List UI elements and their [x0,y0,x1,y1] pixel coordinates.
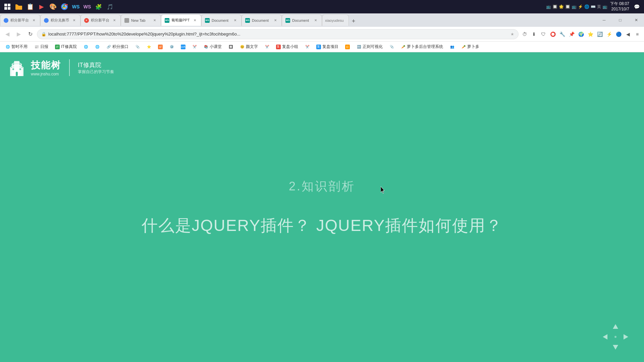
notifications-icon[interactable]: 💬 [632,2,641,11]
bookmark-clip-5[interactable]: 📎 [387,43,397,51]
tab-exchange[interactable]: 积分兑换币 ✕ [40,14,80,26]
address-bar[interactable]: 🔒 localhost:7777/PPT/PPT/how%20to%20deve… [37,29,519,39]
tab-close-3[interactable]: ✕ [112,18,117,23]
bookmark-icon-5: 🌐 [95,45,100,49]
bookmark-gear[interactable]: ⚙️ [167,43,177,51]
circle-icon[interactable]: 🔵 [614,30,623,38]
svg-rect-14 [12,68,14,70]
svg-rect-5 [15,4,17,6]
bookmark-favicon-25: 🥕 [461,45,466,49]
bookmark-clip-1[interactable]: 📎 [132,43,143,51]
svg-marker-19 [613,345,618,350]
notepad-icon[interactable]: 📋 [25,2,35,11]
puzzle-icon[interactable]: 🧩 [94,2,103,11]
paint-icon[interactable]: 🎨 [48,2,58,11]
bookmark-svn[interactable]: SVN [178,43,188,51]
back-button[interactable]: ◀ [3,29,12,39]
tab-label-5: 葡萄藤PPT [171,18,190,23]
shield-icon[interactable]: 🛡 [539,30,547,38]
tab-score-platform-1[interactable]: 积分新平台 ✕ [0,14,40,26]
close-button[interactable]: ✕ [629,13,644,27]
download-icon[interactable]: ⬇ [530,30,538,38]
tab-ppt[interactable]: WS 葡萄藤PPT ✕ [161,14,201,26]
prev-icon[interactable]: ◀ [624,30,632,38]
tab-close-7[interactable]: ✕ [273,18,278,23]
flash-icon[interactable]: ⚡ [605,30,613,38]
start-button[interactable] [3,2,12,11]
bookmark-label-15: 颜文字 [246,44,258,50]
taskbar: 📋 ▶ 🎨 WS WS 🧩 🎵 📺 🔲 🌟 🔲 📺 ⚡ 🌐 [0,0,644,13]
bookmark-favicon-only-2[interactable]: 🌐 [92,43,102,51]
bookmark-daily[interactable]: 📰 日报 [32,43,51,51]
bookmark-clip-3[interactable]: ✂️ [262,43,272,51]
tab-close-8[interactable]: ✕ [313,18,318,23]
pin-icon[interactable]: 📌 [568,30,576,38]
logo-subtitle: IT修真院 [78,61,114,69]
bookmarks-bar: 🌐 暂时不用 📰 日报 IT IT修真院 🌐 🌐 🔗 积分接口 📎 ⭐ sf [0,42,644,52]
new-tab-button[interactable]: + [349,16,358,26]
bookmark-label-6: 积分接口 [112,44,128,50]
bookmark-star[interactable]: ⭐ [144,43,154,51]
tab-score-platform-2[interactable]: ✕ 积分新平台 ✕ [80,14,121,26]
tab-empty[interactable]: xiaoyudesu [322,14,349,26]
tab-favicon-5: WS [165,18,169,23]
bookmark-clip-2[interactable]: ✂️ [190,43,200,51]
bookmark-user-icon[interactable]: 👥 [447,43,457,51]
ws-icon1[interactable]: WS [71,2,80,11]
bookmark-icon-10: ⚙️ [169,45,174,49]
svg-rect-1 [8,4,10,6]
tab-doc-2[interactable]: WS Document ✕ [241,14,282,26]
bookmark-regex[interactable]: 🔤 正则可视化 [354,43,385,51]
tab-new-tab[interactable]: New Tab ✕ [121,14,161,26]
arrow-right-button[interactable] [621,332,631,342]
arrow-up-button[interactable] [610,322,621,332]
globe-icon[interactable]: 🌍 [577,30,585,38]
bookmark-review-project[interactable]: 复 复盘项目 [314,43,341,51]
tab-close-4[interactable]: ✕ [152,18,157,23]
tab-close-1[interactable]: ✕ [31,18,37,23]
bookmark-review-group[interactable]: 复 复盘小组 [273,43,301,51]
bookmark-it-school[interactable]: IT IT修真院 [52,43,79,51]
arrow-center [610,332,621,342]
arrow-left-button[interactable] [600,332,610,342]
maximize-button[interactable]: □ [612,13,628,27]
bookmark-carrot[interactable]: 🥕 萝卜多 [459,43,482,51]
bookmark-api[interactable]: 🔗 积分接口 [104,43,131,51]
menu-icon[interactable]: ≡ [633,30,641,38]
bookmark-d[interactable]: D [342,43,353,51]
tab-doc-3[interactable]: WS Document ✕ [282,14,322,26]
forward-button[interactable]: ▶ [14,29,23,39]
bookmark-icon-18: ✂️ [305,45,310,49]
bookmark-clip-4[interactable]: ✂️ [302,43,312,51]
star-icon[interactable]: ⭐ [586,30,594,38]
file-explorer-icon[interactable] [14,2,23,11]
chrome-icon[interactable] [60,2,69,11]
tab-doc-1[interactable]: WS Document ✕ [201,14,241,26]
ws-icon2[interactable]: WS [83,2,92,11]
bookmark-disabled[interactable]: 🌐 暂时不用 [3,43,30,51]
bookmark-label-3: IT修真院 [61,44,77,50]
puzzle-ext-icon[interactable]: 🔄 [596,30,604,38]
bookmark-label-1: 暂时不用 [11,44,28,50]
media-icon[interactable]: 🎵 [105,2,115,11]
reload-button[interactable]: ↻ [25,29,35,39]
bookmark-class[interactable]: 📚 小课堂 [201,43,224,51]
bookmark-favicon-2: 📰 [34,45,39,49]
bookmark-box[interactable]: 🔲 [226,43,236,51]
bookmark-star-icon[interactable]: ★ [511,32,514,37]
minimize-button[interactable]: ─ [596,13,612,27]
tab-close-6[interactable]: ✕ [232,18,238,23]
tab-close-2[interactable]: ✕ [71,18,77,23]
tab-favicon-2 [44,18,49,23]
tab-close-5[interactable]: ✕ [192,18,198,23]
arrow-icon[interactable]: ▶ [37,2,46,11]
tab-label-8: Document [292,18,309,22]
bookmark-emoji[interactable]: 😊 颜文字 [237,43,261,51]
bookmark-admin[interactable]: 🥕 萝卜多后台管理系统 [398,43,446,51]
bookmark-favicon-only-1[interactable]: 🌐 [81,43,91,51]
arrow-down-button[interactable] [610,342,621,352]
extension-icon2[interactable]: 🔧 [558,30,566,38]
history-icon[interactable]: ⏱ [521,30,529,38]
bookmark-sf[interactable]: sf [155,43,165,51]
extension-icon1[interactable]: ⭕ [549,30,557,38]
